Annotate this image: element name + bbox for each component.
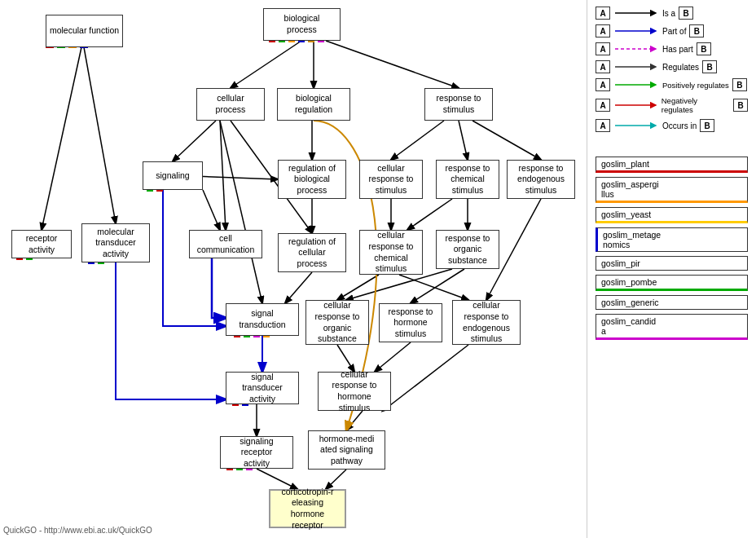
legend-part-of-label: Part of <box>662 27 686 36</box>
legend-a-box6: A <box>596 99 610 112</box>
node-corticotropin[interactable]: corticotropin-releasinghormonereceptor <box>269 489 346 528</box>
node-response-chemical[interactable]: response tochemicalstimulus <box>436 160 499 199</box>
svg-line-21 <box>337 275 379 300</box>
legend-pos-regulates: A Positively regulates B <box>596 78 748 91</box>
legend-pos-reg-label: Positively regulates <box>662 81 729 90</box>
svg-line-11 <box>203 190 220 230</box>
svg-line-2 <box>326 41 459 88</box>
footer-text: QuickGO - http://www.ebi.ac.uk/QuickGO <box>3 526 152 535</box>
legend-pos-reg-arrow <box>613 78 662 91</box>
svg-line-18 <box>42 47 81 230</box>
legend-has-part-arrow <box>613 42 662 55</box>
legend-b-box: B <box>679 7 693 20</box>
svg-line-19 <box>84 47 116 223</box>
legend-is-a-arrow <box>613 7 662 20</box>
legend-has-part: A Has part B <box>596 42 748 55</box>
legend-is-a: A Is a B <box>596 7 748 20</box>
legend-b-box4: B <box>702 60 717 73</box>
node-response-to-stimulus[interactable]: response tostimulus <box>424 88 493 121</box>
legend-b-box2: B <box>689 24 704 37</box>
legend-neg-reg-arrow <box>613 99 662 112</box>
legend-a-box5: A <box>596 78 610 91</box>
node-signal-transduction[interactable]: signaltransduction <box>226 303 299 336</box>
node-reg-bio-process[interactable]: regulation ofbiologicalprocess <box>278 160 346 199</box>
legend-a-box3: A <box>596 42 610 55</box>
svg-line-26 <box>337 345 354 372</box>
svg-line-6 <box>220 121 262 303</box>
node-cell-response-endogenous[interactable]: cellularresponse toendogenousstimulus <box>452 300 521 345</box>
legend-is-a-label: Is a <box>662 9 675 18</box>
legend-occurs-in-arrow <box>613 119 662 132</box>
slim-pir: goslim_pir <box>596 256 748 271</box>
node-receptor-activity[interactable]: receptoractivity <box>11 230 72 258</box>
slim-plant: goslim_plant <box>596 157 748 173</box>
node-cell-response-stimulus[interactable]: cellularresponse tostimulus <box>359 160 423 199</box>
slim-pombe: goslim_pombe <box>596 275 748 291</box>
legend-area: A Is a B A Part of B A Has part <box>587 0 756 538</box>
legend-neg-reg-label: Negatively regulates <box>662 96 730 114</box>
node-cell-response-organic[interactable]: cellularresponse toorganicsubstance <box>305 300 369 345</box>
legend-part-of-arrow <box>613 24 662 37</box>
legend-regulates-label: Regulates <box>662 63 699 72</box>
svg-line-10 <box>472 121 541 160</box>
svg-line-9 <box>459 121 468 160</box>
node-molecular-function[interactable]: molecular function <box>46 15 123 47</box>
svg-line-0 <box>231 41 301 88</box>
legend-has-part-label: Has part <box>662 45 693 54</box>
svg-line-22 <box>399 275 468 300</box>
node-cell-response-chemical[interactable]: cellularresponse tochemicalstimulus <box>359 230 423 275</box>
node-response-organic[interactable]: response toorganicsubstance <box>436 230 499 269</box>
legend-relations: A Is a B A Part of B A Has part <box>587 0 756 132</box>
svg-line-27 <box>375 342 411 372</box>
node-cell-communication[interactable]: cellcommunication <box>189 230 262 258</box>
node-signaling[interactable]: signaling <box>143 161 203 190</box>
slim-candida: goslim_candida <box>596 314 748 340</box>
legend-occurs-in-label: Occurs in <box>662 121 697 130</box>
legend-occurs-in: A Occurs in B <box>596 119 748 132</box>
slim-generic: goslim_generic <box>596 295 748 310</box>
node-response-hormone[interactable]: response tohormonestimulus <box>379 303 442 342</box>
slim-metagenomics: goslim_metagenomics <box>596 227 748 252</box>
svg-line-20 <box>285 272 312 303</box>
svg-line-5 <box>220 121 226 230</box>
svg-line-3 <box>173 121 216 161</box>
legend-b-box6: B <box>733 99 748 112</box>
node-hormone-signaling[interactable]: hormone-mediated signalingpathway <box>308 430 385 470</box>
slim-aspergillus: goslim_aspergillus <box>596 177 748 203</box>
legend-a-box2: A <box>596 24 610 37</box>
legend-a-box7: A <box>596 119 610 132</box>
legend-neg-regulates: A Negatively regulates B <box>596 96 748 114</box>
legend-regulates-arrow <box>613 60 662 73</box>
node-cellular-process[interactable]: cellularprocess <box>196 88 265 121</box>
legend-part-of: A Part of B <box>596 24 748 37</box>
legend-a-box: A <box>596 7 610 20</box>
node-signal-transducer[interactable]: signaltransduceractivity <box>226 372 299 404</box>
legend-b-box7: B <box>700 119 714 132</box>
node-molecular-transducer[interactable]: moleculartransduceractivity <box>81 223 150 262</box>
svg-line-16 <box>407 199 452 230</box>
svg-line-28 <box>383 345 468 411</box>
slim-yeast: goslim_yeast <box>596 207 748 223</box>
legend-b-box3: B <box>697 42 711 55</box>
node-response-endogenous[interactable]: response toendogenousstimulus <box>507 160 575 199</box>
node-signaling-receptor[interactable]: signalingreceptoractivity <box>220 436 293 469</box>
svg-line-30 <box>346 411 363 430</box>
graph-area: molecular function biologicalprocess cel… <box>0 0 587 530</box>
legend-b-box5: B <box>732 78 747 91</box>
node-cell-response-hormone[interactable]: cellularresponse tohormonestimulus <box>318 372 391 411</box>
node-biological-process[interactable]: biologicalprocess <box>263 8 341 41</box>
legend-a-box4: A <box>596 60 610 73</box>
svg-line-8 <box>391 121 444 160</box>
node-reg-cellular-process[interactable]: regulation ofcellularprocess <box>278 233 346 272</box>
node-biological-regulation[interactable]: biologicalregulation <box>277 88 350 121</box>
legend-regulates: A Regulates B <box>596 60 748 73</box>
slim-section: goslim_plant goslim_aspergillus goslim_y… <box>587 150 756 340</box>
